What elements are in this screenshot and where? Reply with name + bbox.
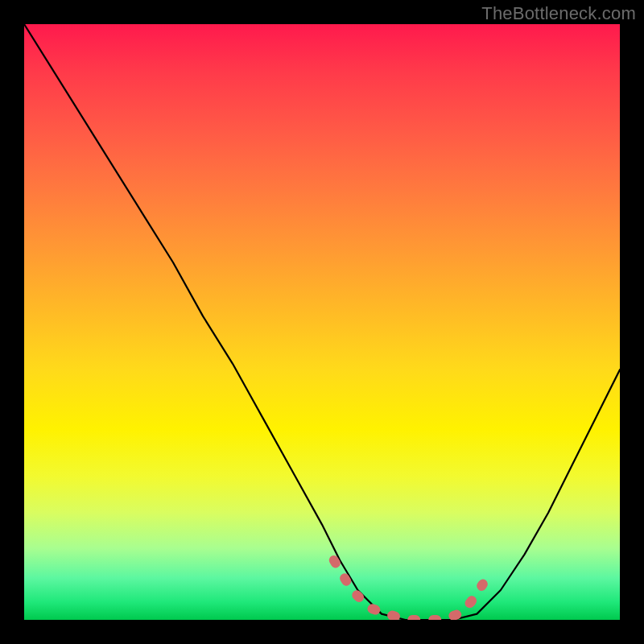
trough-marker <box>334 560 483 620</box>
plot-area <box>24 24 620 620</box>
watermark-text: TheBottleneck.com <box>481 3 636 24</box>
chart-svg <box>24 24 620 620</box>
curve-line <box>24 24 620 620</box>
chart-frame: TheBottleneck.com <box>0 0 644 644</box>
